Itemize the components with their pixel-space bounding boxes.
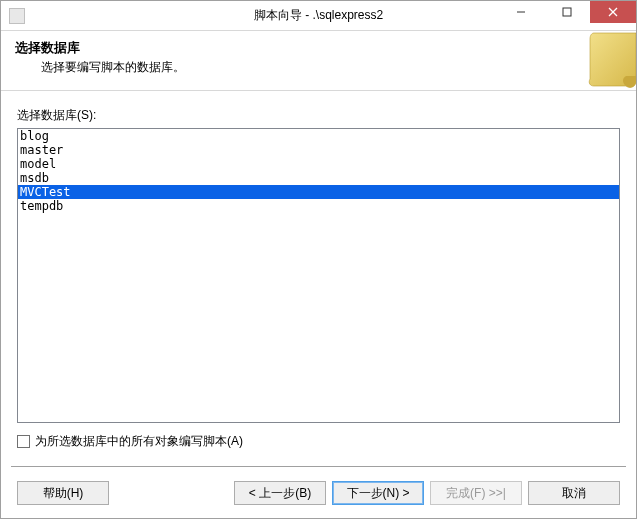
next-button[interactable]: 下一步(N) >	[332, 481, 424, 505]
list-item[interactable]: blog	[18, 129, 619, 143]
list-item[interactable]: model	[18, 157, 619, 171]
close-button[interactable]	[590, 1, 636, 23]
footer: 帮助(H) < 上一步(B) 下一步(N) > 完成(F) >>| 取消	[1, 468, 636, 518]
list-item[interactable]: master	[18, 143, 619, 157]
list-item[interactable]: tempdb	[18, 199, 619, 213]
scroll-graphic	[586, 31, 636, 91]
app-icon	[9, 8, 25, 24]
list-label: 选择数据库(S):	[17, 107, 620, 124]
list-item[interactable]: msdb	[18, 171, 619, 185]
window-controls	[498, 1, 636, 30]
minimize-icon	[516, 7, 526, 17]
script-all-label: 为所选数据库中的所有对象编写脚本(A)	[35, 433, 243, 450]
minimize-button[interactable]	[498, 1, 544, 23]
help-button[interactable]: 帮助(H)	[17, 481, 109, 505]
wizard-header: 选择数据库 选择要编写脚本的数据库。	[1, 31, 636, 91]
script-all-checkbox-row[interactable]: 为所选数据库中的所有对象编写脚本(A)	[17, 433, 620, 450]
finish-button: 完成(F) >>|	[430, 481, 522, 505]
page-subtitle: 选择要编写脚本的数据库。	[41, 59, 622, 76]
database-listbox[interactable]: blogmastermodelmsdbMVCTesttempdb	[17, 128, 620, 423]
back-button[interactable]: < 上一步(B)	[234, 481, 326, 505]
page-title: 选择数据库	[15, 39, 622, 57]
cancel-button[interactable]: 取消	[528, 481, 620, 505]
content-area: 选择数据库(S): blogmastermodelmsdbMVCTesttemp…	[1, 91, 636, 458]
close-icon	[608, 7, 618, 17]
svg-rect-1	[563, 8, 571, 16]
maximize-button[interactable]	[544, 1, 590, 23]
titlebar: 脚本向导 - .\sqlexpress2	[1, 1, 636, 31]
maximize-icon	[562, 7, 572, 17]
wizard-window: 脚本向导 - .\sqlexpress2 选择数据库 选择要编写脚本的数据库。	[0, 0, 637, 519]
list-item[interactable]: MVCTest	[18, 185, 619, 199]
script-all-checkbox[interactable]	[17, 435, 30, 448]
